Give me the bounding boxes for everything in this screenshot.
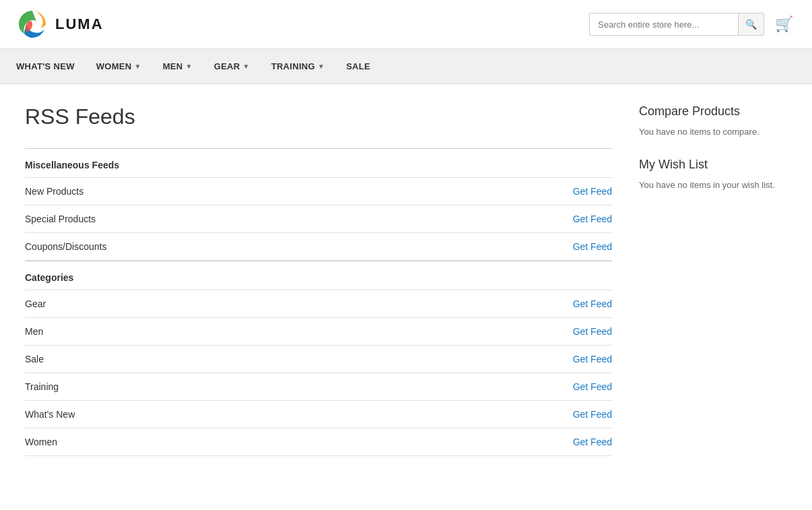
main-content: RSS Feeds Miscellaneous Feeds New Produc… [25,104,612,456]
compare-products-title: Compare Products [639,104,787,119]
misc-section-label: Miscellaneous Feeds [25,148,612,177]
get-feed-link[interactable]: Get Feed [573,186,612,197]
chevron-down-icon: ▼ [318,63,325,70]
nav-item-training[interactable]: Training ▼ [261,49,335,84]
feed-name: Men [25,326,43,337]
misc-feeds-section: Miscellaneous Feeds New Products Get Fee… [25,148,612,261]
wish-list-text: You have no items in your wish list. [639,179,787,192]
wish-list-widget: My Wish List You have no items in your w… [639,158,787,192]
logo-text: LUMA [55,15,104,33]
header-right: 🔍 🛒 [589,13,796,36]
sidebar: Compare Products You have no items to co… [639,104,787,456]
feed-name: New Products [25,186,83,197]
get-feed-link[interactable]: Get Feed [573,437,612,447]
compare-products-widget: Compare Products You have no items to co… [639,104,787,139]
list-item: Sale Get Feed [25,346,612,373]
list-item: Training Get Feed [25,373,612,401]
feed-name: Training [25,381,59,392]
page-title: RSS Feeds [25,104,612,129]
nav-item-men[interactable]: Men ▼ [152,49,203,84]
categories-section-label: Categories [25,261,612,290]
feed-name: Coupons/Discounts [25,241,106,252]
get-feed-link[interactable]: Get Feed [573,381,612,392]
list-item: Women Get Feed [25,428,612,456]
chevron-down-icon: ▼ [186,63,193,70]
feed-name: What's New [25,409,75,420]
chevron-down-icon: ▼ [135,63,141,70]
get-feed-link[interactable]: Get Feed [573,298,612,309]
nav-item-sale[interactable]: Sale [335,49,381,84]
search-button[interactable]: 🔍 [738,13,764,35]
misc-feed-rows: New Products Get Feed Special Products G… [25,177,612,261]
list-item: Coupons/Discounts Get Feed [25,233,612,261]
compare-products-text: You have no items to compare. [639,125,787,139]
list-item: What's New Get Feed [25,401,612,428]
get-feed-link[interactable]: Get Feed [573,241,612,252]
search-wrapper[interactable]: 🔍 [589,13,764,36]
list-item: Gear Get Feed [25,290,612,318]
nav-item-whats-new[interactable]: What's New [16,49,86,84]
categories-section: Categories Gear Get Feed Men Get Feed Sa… [25,261,612,456]
site-header: LUMA 🔍 🛒 [0,0,812,49]
get-feed-link[interactable]: Get Feed [573,354,612,364]
category-feed-rows: Gear Get Feed Men Get Feed Sale Get Feed… [25,290,612,456]
cart-icon[interactable]: 🛒 [772,13,796,36]
feed-name: Gear [25,298,46,309]
feed-name: Sale [25,354,44,364]
chevron-down-icon: ▼ [242,63,249,70]
get-feed-link[interactable]: Get Feed [573,326,612,337]
list-item: Special Products Get Feed [25,205,612,233]
list-item: New Products Get Feed [25,177,612,205]
main-nav: What's New Women ▼ Men ▼ Gear ▼ Training… [0,49,812,84]
luma-logo-icon [16,8,48,40]
nav-item-women[interactable]: Women ▼ [86,49,152,84]
get-feed-link[interactable]: Get Feed [573,214,612,224]
feed-name: Women [25,437,57,447]
search-input[interactable] [590,14,738,35]
nav-item-gear[interactable]: Gear ▼ [203,49,261,84]
main-layout: RSS Feeds Miscellaneous Feeds New Produc… [9,84,803,483]
feed-name: Special Products [25,214,96,224]
logo-area[interactable]: LUMA [16,8,104,40]
wish-list-title: My Wish List [639,158,787,172]
list-item: Men Get Feed [25,318,612,346]
get-feed-link[interactable]: Get Feed [573,409,612,420]
